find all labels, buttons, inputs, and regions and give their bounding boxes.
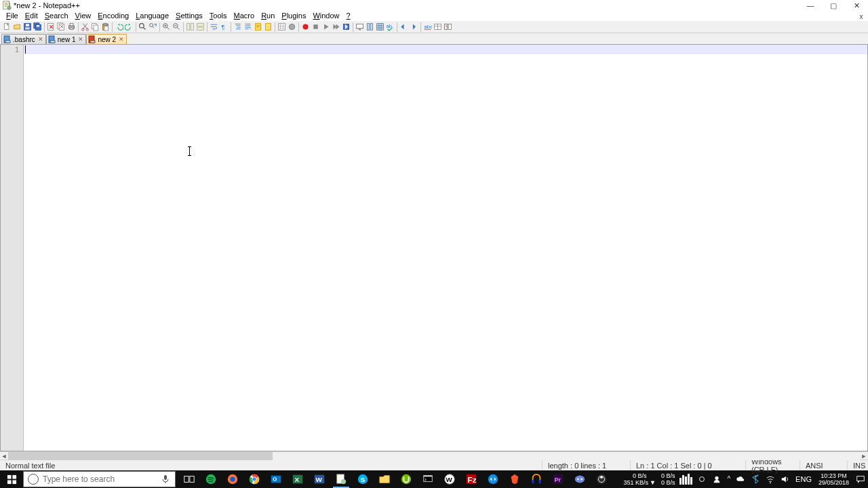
menu-file[interactable]: File [3,11,22,21]
utorrent-icon[interactable] [395,470,417,488]
spotify-icon[interactable] [200,470,222,488]
tab-close-icon[interactable]: ✕ [77,36,84,43]
editor[interactable]: 1 [0,45,868,451]
weather-icon[interactable] [694,470,709,488]
chrome-icon[interactable] [243,470,265,488]
search-input[interactable] [43,474,156,484]
hex-panel-icon[interactable] [375,22,385,33]
teamviewer-icon[interactable] [482,470,504,488]
indent-guide-icon[interactable] [233,22,243,33]
menu-run[interactable]: Run [258,11,278,21]
paste-icon[interactable] [100,22,111,33]
scroll-left-icon[interactable]: ◄ [0,452,8,460]
find-icon[interactable] [138,22,148,33]
tray-overflow-icon[interactable]: ^ [724,470,733,488]
user-define-icon[interactable] [243,22,253,33]
macro-stop-icon[interactable] [311,22,321,33]
audacity-icon[interactable] [526,470,547,488]
scrollbar-thumb[interactable] [8,452,273,460]
scroll-right-icon[interactable]: ► [860,452,868,460]
language-indicator[interactable]: ENG [793,470,814,488]
tab-close-icon[interactable]: ✕ [37,36,44,43]
wifi-icon[interactable] [763,470,778,488]
menu-help[interactable]: ? [343,11,354,21]
close-window-button[interactable]: ✕ [845,0,868,11]
lang-icon[interactable]: abc [422,22,433,33]
redo-icon[interactable] [124,22,134,33]
brave-icon[interactable] [504,470,526,488]
macro-play-multi-icon[interactable] [331,22,341,33]
wikipedia-icon[interactable]: W [439,470,460,488]
status-encoding[interactable]: ANSI [800,460,848,470]
column-editor-icon[interactable] [365,22,375,33]
doc-map-icon[interactable] [253,22,263,33]
menu-macro[interactable]: Macro [231,11,258,21]
volume-icon[interactable] [778,470,793,488]
status-eol[interactable]: Windows (CR LF) [746,460,800,470]
start-button[interactable] [0,470,23,488]
task-view-icon[interactable] [178,470,200,488]
menu-window[interactable]: Window [309,11,342,21]
horizontal-scrollbar[interactable]: ◄ ► [0,451,868,460]
tab-bashrc[interactable]: .bashrc ✕ [1,34,46,44]
text-content-area[interactable] [24,45,867,451]
word-wrap-icon[interactable] [209,22,219,33]
replace-icon[interactable] [148,22,158,33]
print-icon[interactable] [66,22,77,33]
macro-record-icon[interactable] [300,22,311,33]
menu-settings[interactable]: Settings [172,11,206,21]
save-icon[interactable] [22,22,33,33]
zoom-in-icon[interactable] [161,22,172,33]
net-monitor-2[interactable]: 0 B/s0 B/s [658,470,678,488]
compare-icon[interactable] [443,22,453,33]
doc-switcher-icon[interactable] [263,22,273,33]
spell-prev-icon[interactable] [399,22,409,33]
menu-search[interactable]: Search [41,11,72,21]
skype-icon[interactable]: S [352,470,374,488]
save-all-icon[interactable] [33,22,43,33]
tab-new-2[interactable]: new 2 ✕ [86,34,127,44]
converter-icon[interactable] [433,22,443,33]
taskbar-clock[interactable]: 10:23 PM29/05/2018 [814,470,853,488]
menu-view[interactable]: View [72,11,95,21]
tab-close-icon[interactable]: ✕ [118,36,125,43]
onedrive-icon[interactable] [733,470,748,488]
close-all-icon[interactable] [56,22,66,33]
notepad-plus-plus-icon[interactable] [330,470,352,488]
macro-save-icon[interactable] [341,22,351,33]
people-icon[interactable] [709,470,724,488]
word-icon[interactable]: W [309,470,330,488]
menu-language[interactable]: Language [132,11,172,21]
menu-plugins[interactable]: Plugins [278,11,309,21]
audio-visualizer-icon[interactable] [677,474,694,485]
premiere-icon[interactable]: Pr [547,470,569,488]
monitoring-icon[interactable] [355,22,365,33]
tab-new-1[interactable]: new 1 ✕ [46,34,87,44]
spell-next-icon[interactable] [409,22,419,33]
copy-icon[interactable] [90,22,100,33]
outlook-icon[interactable] [265,470,287,488]
spell-check-icon[interactable]: ab [385,22,395,33]
open-file-icon[interactable] [12,22,22,33]
putty-icon[interactable] [417,470,439,488]
file-explorer-icon[interactable] [374,470,395,488]
filezilla-icon[interactable]: Fz [460,470,482,488]
show-all-chars-icon[interactable]: ¶ [219,22,229,33]
mic-icon[interactable] [160,474,171,485]
macro-play-icon[interactable] [321,22,331,33]
close-doc-button[interactable]: x [854,12,868,20]
cut-icon[interactable] [80,22,90,33]
zoom-out-icon[interactable] [172,22,182,33]
menu-encoding[interactable]: Encoding [94,11,132,21]
undo-icon[interactable] [114,22,124,33]
minimize-button[interactable]: — [799,0,822,11]
discord-icon[interactable] [569,470,591,488]
menu-tools[interactable]: Tools [206,11,231,21]
function-list-icon[interactable] [277,22,287,33]
new-file-icon[interactable] [2,22,12,33]
status-insert-mode[interactable]: INS [848,460,868,470]
action-center-icon[interactable] [853,470,868,488]
menu-edit[interactable]: Edit [22,11,41,21]
excel-icon[interactable]: X [287,470,309,488]
maximize-button[interactable]: ▢ [822,0,845,11]
